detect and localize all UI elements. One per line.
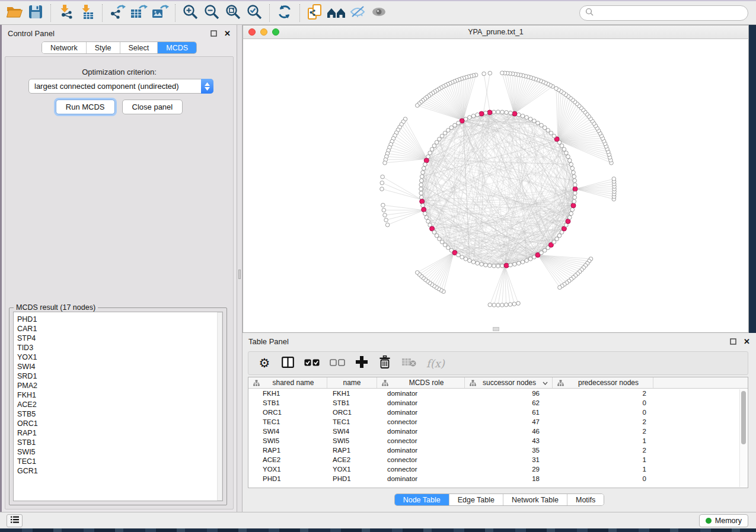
- network-node[interactable]: [484, 111, 488, 115]
- network-node[interactable]: [416, 104, 420, 108]
- network-node[interactable]: [505, 111, 509, 115]
- network-node[interactable]: [438, 137, 442, 142]
- float-panel-icon[interactable]: [210, 30, 217, 37]
- mcds-result-item[interactable]: PHD1: [17, 315, 222, 324]
- network-node[interactable]: [570, 166, 575, 171]
- network-node[interactable]: [460, 255, 464, 259]
- column-header-predecessor-nodes[interactable]: predecessor nodes: [553, 377, 653, 388]
- table-cell[interactable]: ACE2: [327, 456, 377, 463]
- network-node[interactable]: [546, 129, 550, 133]
- network-node[interactable]: [457, 121, 461, 125]
- close-panel-icon[interactable]: ✕: [224, 29, 231, 38]
- network-node[interactable]: [488, 303, 492, 307]
- node-table[interactable]: shared namenameMCDS rolesuccessor nodesp…: [248, 377, 748, 488]
- network-node[interactable]: [428, 151, 432, 155]
- network-node[interactable]: [555, 237, 559, 241]
- mcds-node[interactable]: [420, 199, 425, 204]
- zoom-selected-button[interactable]: [244, 3, 265, 23]
- network-node[interactable]: [492, 303, 496, 307]
- table-cell[interactable]: FKH1: [327, 390, 377, 397]
- criterion-dropdown[interactable]: largest connected component (undirected): [28, 79, 213, 94]
- deselect-all-button[interactable]: [330, 358, 345, 368]
- network-node[interactable]: [496, 264, 500, 268]
- network-node[interactable]: [382, 208, 386, 212]
- table-cell[interactable]: 1: [553, 456, 653, 463]
- tab-node-table[interactable]: Node Table: [395, 494, 449, 505]
- network-node[interactable]: [446, 129, 451, 133]
- table-row[interactable]: FKH1FKH1dominator962: [248, 389, 748, 398]
- table-cell[interactable]: dominator: [377, 447, 465, 454]
- table-row[interactable]: STB1STB1dominator620: [248, 398, 748, 408]
- network-node[interactable]: [438, 237, 442, 241]
- network-node[interactable]: [449, 126, 454, 130]
- network-node[interactable]: [435, 233, 439, 238]
- network-node[interactable]: [492, 110, 496, 114]
- select-all-button[interactable]: [304, 358, 320, 368]
- network-node[interactable]: [500, 110, 505, 114]
- network-node[interactable]: [572, 171, 576, 175]
- close-panel-button[interactable]: Close panel: [122, 100, 183, 114]
- table-cell[interactable]: PHD1: [248, 475, 327, 482]
- import-table-button[interactable]: [76, 3, 98, 23]
- network-node[interactable]: [420, 175, 424, 179]
- table-cell[interactable]: 0: [553, 409, 653, 416]
- network-node[interactable]: [421, 171, 425, 175]
- network-node[interactable]: [380, 187, 384, 191]
- search-input[interactable]: [596, 9, 748, 17]
- network-node[interactable]: [419, 187, 423, 191]
- column-header-name[interactable]: name: [327, 377, 377, 388]
- table-cell[interactable]: connector: [377, 466, 465, 473]
- network-node[interactable]: [420, 179, 424, 183]
- mcds-result-item[interactable]: ORC1: [17, 419, 222, 428]
- tab-style[interactable]: Style: [86, 42, 120, 53]
- network-node[interactable]: [496, 303, 500, 307]
- network-node[interactable]: [564, 151, 569, 155]
- tab-mcds[interactable]: MCDS: [157, 42, 196, 53]
- float-panel-icon[interactable]: [730, 338, 736, 345]
- table-row[interactable]: RAP1RAP1dominator352: [248, 446, 748, 455]
- canvas-splitter-handle[interactable]: [493, 327, 499, 331]
- network-window-titlebar[interactable]: YPA_prune.txt_1: [243, 25, 749, 39]
- table-cell[interactable]: connector: [377, 437, 465, 444]
- table-cell[interactable]: 1: [553, 466, 653, 473]
- network-node[interactable]: [468, 259, 472, 263]
- table-cell[interactable]: YOX1: [327, 466, 377, 473]
- column-header-shared-name[interactable]: shared name: [248, 377, 327, 388]
- mcds-result-item[interactable]: YOX1: [17, 352, 222, 362]
- table-cell[interactable]: SWI5: [327, 437, 377, 444]
- table-row[interactable]: TEC1TEC1connector472: [248, 417, 748, 427]
- tab-edge-table[interactable]: Edge Table: [449, 494, 503, 505]
- network-node[interactable]: [566, 155, 570, 159]
- search-field[interactable]: [579, 5, 748, 21]
- network-node[interactable]: [421, 204, 425, 208]
- mcds-result-item[interactable]: SWI4: [17, 362, 222, 371]
- tab-network[interactable]: Network: [42, 42, 86, 53]
- network-node[interactable]: [496, 110, 500, 114]
- table-cell[interactable]: PHD1: [327, 475, 377, 482]
- network-node[interactable]: [517, 113, 521, 117]
- network-node[interactable]: [492, 264, 496, 268]
- table-cell[interactable]: RAP1: [248, 447, 327, 454]
- network-node[interactable]: [381, 175, 385, 179]
- column-header-successor-nodes[interactable]: successor nodes: [465, 377, 553, 388]
- network-node[interactable]: [521, 260, 525, 264]
- network-node[interactable]: [480, 262, 484, 267]
- network-node[interactable]: [380, 181, 384, 185]
- network-node[interactable]: [509, 111, 513, 115]
- table-cell[interactable]: 2: [553, 447, 653, 454]
- network-node[interactable]: [516, 302, 521, 306]
- network-node[interactable]: [500, 264, 505, 268]
- network-node[interactable]: [476, 261, 480, 265]
- table-cell[interactable]: YOX1: [248, 466, 327, 473]
- mcds-node[interactable]: [571, 203, 576, 208]
- column-header-mcds-role[interactable]: MCDS role: [377, 377, 465, 388]
- table-cell[interactable]: 1: [553, 437, 653, 444]
- network-node[interactable]: [513, 262, 517, 267]
- network-node[interactable]: [425, 216, 429, 220]
- network-node[interactable]: [435, 140, 439, 145]
- table-row[interactable]: PHD1PHD1dominator180: [248, 474, 748, 483]
- table-cell[interactable]: 2: [553, 418, 653, 425]
- network-node[interactable]: [612, 177, 616, 181]
- table-cell[interactable]: STB1: [248, 399, 327, 406]
- new-network-from-selection-button[interactable]: [304, 3, 326, 23]
